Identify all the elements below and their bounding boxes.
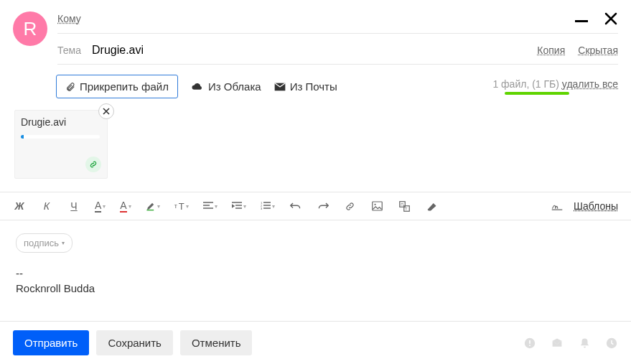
list-icon: 123: [261, 202, 271, 210]
image-icon: [372, 201, 383, 211]
importance-icon: [524, 337, 536, 349]
receipt-icon: [551, 337, 563, 349]
insert-link-button[interactable]: [344, 200, 357, 213]
signature-dropdown-label: подпись: [24, 238, 59, 248]
paperclip-icon: [65, 82, 75, 92]
svg-text:2: 2: [261, 204, 263, 207]
bell-icon: [579, 337, 590, 349]
mail-icon: [274, 83, 286, 91]
highlight-color-button[interactable]: ▾: [146, 201, 160, 211]
attachment-status: 1 файл, (1 ГБ) удалить все: [492, 78, 618, 95]
upload-progress-bar: [505, 92, 569, 95]
schedule-button[interactable]: [605, 337, 618, 350]
attach-file-label: Прикрепить файл: [80, 80, 169, 93]
link-icon: [345, 201, 355, 212]
svg-text:T: T: [406, 206, 408, 210]
redo-button[interactable]: [317, 200, 329, 213]
from-cloud-label: Из Облака: [208, 80, 261, 93]
underline-button[interactable]: Ч: [67, 200, 80, 213]
clear-format-button[interactable]: [426, 200, 439, 213]
subject-label: Тема: [57, 45, 92, 56]
signature-divider: --: [16, 266, 615, 281]
font-size-button[interactable]: тT▾: [174, 201, 189, 212]
subject-input[interactable]: Drugie.avi: [92, 44, 537, 57]
italic-button[interactable]: К: [40, 200, 53, 213]
format-toolbar: Ж К Ч A▾ A▾ ▾ тT▾ ▾ ▾ 123▾ ПT Шаблоны: [0, 192, 631, 220]
marker-icon: [146, 201, 156, 211]
minimize-button[interactable]: [575, 20, 588, 22]
signature-toolbar-button[interactable]: [551, 200, 564, 213]
font-color-button[interactable]: A▾: [120, 200, 131, 213]
redo-icon: [317, 201, 329, 211]
svg-rect-13: [529, 345, 530, 346]
templates-link[interactable]: Шаблоны: [574, 200, 618, 212]
align-icon: [203, 202, 213, 210]
remove-all-link[interactable]: удалить все: [562, 78, 618, 90]
svg-text:1: 1: [261, 202, 263, 205]
bold-button[interactable]: Ж: [13, 200, 26, 213]
indent-button[interactable]: ▾: [232, 202, 246, 210]
attach-file-button[interactable]: Прикрепить файл: [56, 75, 178, 98]
cancel-button[interactable]: Отменить: [180, 330, 253, 355]
signature-block: -- Rocknroll Budda: [16, 266, 615, 296]
eraser-icon: [426, 202, 437, 211]
importance-button[interactable]: [523, 337, 536, 350]
svg-rect-1: [146, 210, 154, 210]
from-mail-button[interactable]: Из Почты: [274, 80, 337, 93]
send-button[interactable]: Отправить: [13, 330, 89, 355]
avatar: R: [13, 11, 47, 46]
reminder-button[interactable]: [578, 337, 591, 350]
font-family-button[interactable]: A▾: [95, 200, 106, 213]
remove-attachment-button[interactable]: [98, 103, 114, 119]
attachment-tile: Drugie.avi: [14, 110, 108, 179]
message-body[interactable]: подпись ▾ -- Rocknroll Budda: [0, 220, 631, 321]
link-icon: [89, 160, 98, 169]
indent-icon: [232, 202, 242, 210]
chevron-down-icon: ▾: [62, 240, 65, 246]
attachment-count: 1 файл, (1 ГБ): [492, 78, 559, 90]
translate-button[interactable]: ПT: [398, 200, 411, 213]
undo-icon: [290, 201, 302, 211]
signature-name: Rocknroll Budda: [16, 281, 615, 296]
attachment-filename: Drugie.avi: [21, 116, 101, 128]
translate-icon: ПT: [399, 201, 410, 212]
signature-dropdown[interactable]: подпись ▾: [16, 233, 73, 253]
svg-text:П: П: [401, 202, 404, 206]
save-button[interactable]: Сохранить: [96, 330, 173, 355]
bcc-link[interactable]: Скрытая: [578, 45, 618, 56]
svg-rect-0: [274, 83, 285, 90]
svg-point-14: [607, 337, 617, 347]
cloud-icon: [191, 82, 204, 92]
svg-rect-7: [400, 201, 406, 207]
clock-icon: [606, 337, 617, 349]
close-icon: [103, 108, 110, 115]
file-progress-bar: [21, 135, 100, 139]
attachment-link-button[interactable]: [85, 157, 101, 172]
align-button[interactable]: ▾: [203, 202, 218, 210]
close-button[interactable]: [604, 11, 618, 26]
insert-image-button[interactable]: [371, 200, 384, 213]
from-mail-label: Из Почты: [290, 80, 337, 93]
svg-point-11: [525, 337, 535, 347]
svg-rect-5: [373, 202, 383, 210]
cc-link[interactable]: Копия: [537, 45, 565, 56]
read-receipt-button[interactable]: [551, 337, 564, 350]
to-label[interactable]: Кому: [57, 13, 81, 24]
signature-icon: [551, 201, 563, 211]
list-button[interactable]: 123▾: [261, 202, 275, 210]
svg-point-6: [375, 204, 376, 205]
svg-rect-8: [404, 205, 410, 211]
undo-button[interactable]: [289, 200, 302, 213]
svg-rect-12: [529, 340, 530, 344]
svg-text:3: 3: [261, 207, 263, 210]
from-cloud-button[interactable]: Из Облака: [191, 80, 261, 93]
